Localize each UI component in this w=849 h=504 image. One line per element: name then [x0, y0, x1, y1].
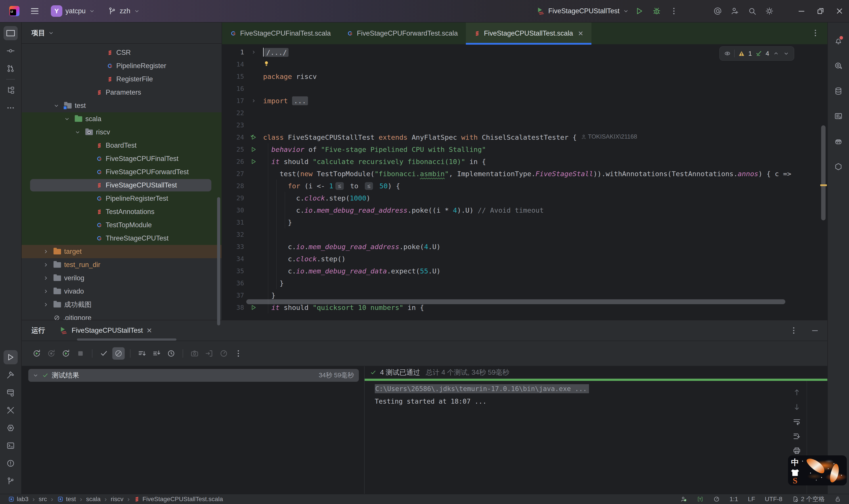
- translation-plugin-status[interactable]: [697, 496, 704, 502]
- editor[interactable]: 1/.../1415package riscv1617import ...222…: [222, 44, 827, 320]
- tree-item-TestTopModule[interactable]: TestTopModule: [22, 218, 221, 232]
- code-line-30[interactable]: 30 c.io.mem_debug_read_address.poke((i *…: [222, 204, 827, 216]
- breadcrumb-riscv[interactable]: riscv: [111, 496, 124, 503]
- project-scrollbar[interactable]: [217, 197, 220, 325]
- notifications-button[interactable]: [831, 34, 846, 48]
- line-separator-widget[interactable]: LF: [748, 496, 755, 503]
- code-line-35[interactable]: 35 c.io.mem_debug_read_data.expect(55.U): [222, 265, 827, 277]
- sort-by-statistics-button[interactable]: [136, 347, 148, 360]
- vcs-branch-widget[interactable]: zzh: [108, 7, 140, 16]
- documentation-tool-button[interactable]: [831, 109, 846, 123]
- tree-item-Parameters[interactable]: Parameters: [22, 86, 221, 99]
- tree-item-scala[interactable]: scala: [22, 112, 221, 126]
- debug-button[interactable]: [650, 4, 664, 18]
- read-only-toggle[interactable]: [834, 496, 841, 502]
- ime-skin-icon[interactable]: [791, 469, 799, 476]
- close-button[interactable]: [830, 3, 849, 19]
- structure-tool-button[interactable]: [3, 83, 18, 97]
- commit-tool-button[interactable]: [3, 44, 18, 58]
- code-line-26[interactable]: 26 it should "calculate recursively fibo…: [222, 156, 827, 167]
- tree-item-PipelineRegisterTest[interactable]: PipelineRegisterTest: [22, 192, 221, 205]
- more-toolbar-options-button[interactable]: [232, 347, 245, 360]
- breadcrumb-lab3[interactable]: lab3: [8, 496, 29, 503]
- breadcrumb-src[interactable]: src: [39, 496, 47, 503]
- print-button[interactable]: [792, 446, 801, 455]
- profiler-tool-button[interactable]: [3, 421, 18, 435]
- soft-wrap-button[interactable]: [792, 417, 801, 426]
- code-line-31[interactable]: 31 }: [222, 216, 827, 228]
- editor-tab-FiveStageCPUForwardTest.scala[interactable]: FiveStageCPUForwardTest.scala: [339, 22, 466, 44]
- tree-item-CSR[interactable]: CSR: [22, 46, 221, 59]
- tree-item-FiveStageCPUFinalTest[interactable]: FiveStageCPUFinalTest: [22, 152, 221, 165]
- collapse-all-button[interactable]: [150, 347, 163, 360]
- ai-assistant-button[interactable]: [710, 4, 725, 18]
- editor-tab-FiveStageCPUStallTest.scala[interactable]: FiveStageCPUStallTest.scala✕: [466, 22, 592, 44]
- terminal-tool-button[interactable]: [3, 438, 18, 453]
- run-tool-button[interactable]: [3, 350, 18, 364]
- stop-button[interactable]: [74, 347, 87, 360]
- run-test-gutter-icon[interactable]: [250, 146, 257, 153]
- sogou-logo[interactable]: S: [793, 477, 797, 484]
- tree-item-vivado[interactable]: vivado: [22, 285, 221, 298]
- prev-problem-button[interactable]: [773, 50, 779, 57]
- breadcrumb-scala[interactable]: scala: [86, 496, 101, 503]
- code-line-16[interactable]: 16: [222, 83, 827, 95]
- close-tab-button[interactable]: ✕: [578, 30, 583, 37]
- tree-item-riscv[interactable]: riscv: [22, 126, 221, 139]
- export-test-results-button[interactable]: [203, 347, 215, 360]
- tree-item-.gitignore[interactable]: .gitignore: [22, 311, 221, 320]
- tree-item-verilog[interactable]: verilog: [22, 271, 221, 285]
- code-line-15[interactable]: 15package riscv: [222, 70, 827, 83]
- code-line-36[interactable]: 36 }: [222, 277, 827, 289]
- project-panel-header[interactable]: 项目: [22, 22, 221, 44]
- run-configuration-selector[interactable]: FiveStageCPUStallTest: [536, 7, 629, 16]
- encoding-widget[interactable]: UTF-8: [765, 496, 782, 503]
- scroll-to-end-button[interactable]: [792, 432, 801, 440]
- warning-stripe-mark[interactable]: [820, 184, 827, 186]
- prev-occurrence-button[interactable]: [792, 388, 801, 397]
- rerun-failed-tests-button[interactable]: [45, 347, 57, 360]
- run-tab[interactable]: FiveStageCPUStallTest ✕: [59, 326, 152, 335]
- tab-options-button[interactable]: [811, 29, 820, 38]
- code-line-25[interactable]: 25 behavior of "Five-stage Pipelined CPU…: [222, 143, 827, 156]
- tree-item-test[interactable]: test: [22, 99, 221, 112]
- vertical-scrollbar[interactable]: [821, 125, 826, 220]
- show-ignored-button[interactable]: [112, 347, 125, 360]
- inspections-widget[interactable]: 1 4: [719, 47, 794, 60]
- indent-widget[interactable]: 2 个空格: [792, 495, 825, 503]
- settings-button[interactable]: [762, 4, 776, 18]
- run-test-gutter-icon[interactable]: [250, 304, 257, 311]
- search-everywhere-button[interactable]: [745, 4, 759, 18]
- sbt-tool-button[interactable]: [3, 403, 18, 417]
- run-tabstrip-scrollbar[interactable]: [77, 338, 177, 341]
- run-panel-options-button[interactable]: [789, 326, 798, 335]
- sort-by-duration-button[interactable]: [165, 347, 177, 360]
- code-with-me-button[interactable]: [728, 4, 742, 18]
- close-run-tab-button[interactable]: ✕: [146, 326, 152, 335]
- console-output[interactable]: C:\Users\26586\.jdks\temurin-17.0.16\bin…: [365, 381, 827, 494]
- dependencies-tool-button[interactable]: [831, 160, 846, 174]
- code-line-17[interactable]: 17import ...: [222, 95, 827, 107]
- code-line-32[interactable]: 32: [222, 228, 827, 240]
- tree-item-PipelineRegister[interactable]: PipelineRegister: [22, 59, 221, 72]
- caret-position-widget[interactable]: 1:1: [729, 496, 738, 503]
- tree-item-target[interactable]: target: [22, 245, 221, 258]
- more-tool-windows-button[interactable]: [3, 101, 18, 115]
- horizontal-scrollbar[interactable]: [246, 299, 785, 304]
- tree-item-FiveStageCPUForwardTest[interactable]: FiveStageCPUForwardTest: [22, 165, 221, 179]
- test-snapshot-button[interactable]: [188, 347, 201, 360]
- services-tool-button[interactable]: [3, 385, 18, 400]
- code-line-27[interactable]: 27 test(new TestTopModule("fibonacci.asm…: [222, 167, 827, 180]
- restore-button[interactable]: [811, 3, 830, 19]
- tree-item-ThreeStageCPUTest[interactable]: ThreeStageCPUTest: [22, 232, 221, 245]
- database-tool-button[interactable]: [831, 84, 846, 98]
- tree-item-test_run_dir[interactable]: test_run_dir: [22, 258, 221, 271]
- sogou-ime-widget[interactable]: 中 S: [788, 455, 847, 485]
- folded-region[interactable]: ...: [292, 96, 308, 105]
- hide-run-panel-button[interactable]: [811, 326, 819, 335]
- project-tool-button[interactable]: [3, 26, 18, 40]
- folded-region[interactable]: /.../: [265, 48, 289, 57]
- pull-requests-tool-button[interactable]: [3, 61, 18, 76]
- version-control-tool-button[interactable]: [3, 474, 18, 488]
- test-passed-gutter-icon[interactable]: [250, 134, 257, 141]
